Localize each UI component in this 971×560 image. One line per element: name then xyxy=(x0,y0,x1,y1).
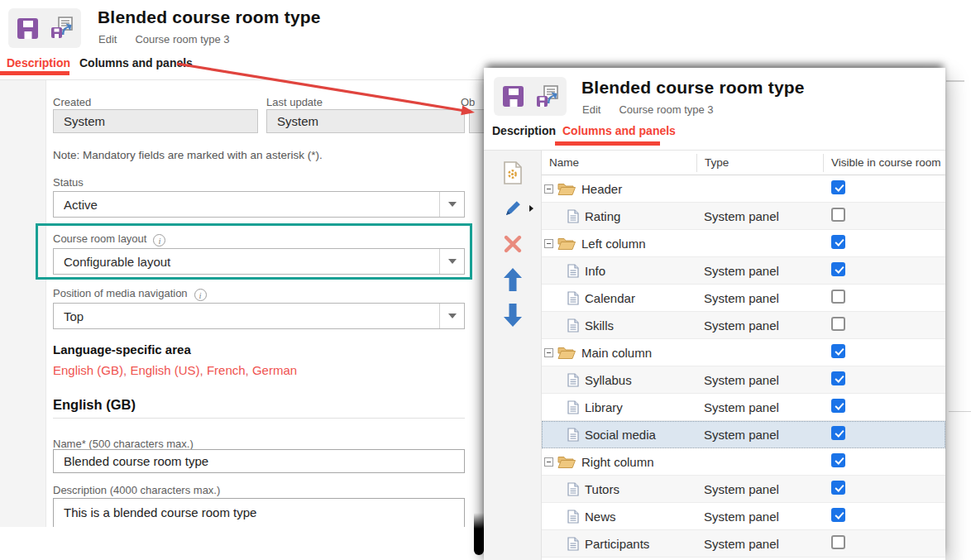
folder-icon xyxy=(557,346,576,360)
visible-checkbox[interactable] xyxy=(831,344,845,358)
save-and-close-button[interactable] xyxy=(50,17,74,40)
tab-description[interactable]: Description xyxy=(7,56,70,69)
language-separator: , xyxy=(200,363,207,377)
description-input[interactable]: This is a blended course room type xyxy=(53,498,465,527)
visible-checkbox[interactable] xyxy=(831,371,845,385)
folder-open-icon xyxy=(557,346,576,360)
move-up-icon xyxy=(503,267,523,292)
row-name: Skills xyxy=(585,318,614,333)
row-name: Left column xyxy=(581,237,646,251)
new-panel-icon xyxy=(502,161,524,184)
save-button[interactable] xyxy=(502,85,524,108)
info-icon[interactable]: i xyxy=(153,234,165,246)
header-toolbar xyxy=(8,8,81,48)
document-icon xyxy=(567,318,579,333)
status-select[interactable]: Active xyxy=(53,191,465,218)
move-down-button[interactable] xyxy=(499,303,527,328)
visible-checkbox[interactable] xyxy=(831,453,845,467)
course-room-layout-label: Course room layouti xyxy=(53,232,165,246)
name-input[interactable]: Blended course room type xyxy=(53,449,465,473)
panel-document-icon xyxy=(567,428,579,442)
visible-checkbox[interactable] xyxy=(831,262,845,276)
chevron-down-icon xyxy=(439,304,464,328)
table-row[interactable]: Left column xyxy=(542,230,945,257)
language-link[interactable]: French xyxy=(207,363,246,377)
document-icon xyxy=(567,510,579,524)
visible-checkbox[interactable] xyxy=(831,399,845,413)
language-link[interactable]: German xyxy=(252,363,297,377)
row-name: Tutors xyxy=(585,482,619,496)
table-row[interactable]: CalendarSystem panel xyxy=(542,285,945,312)
table-row[interactable]: SkillsSystem panel xyxy=(542,312,945,339)
info-icon[interactable]: i xyxy=(194,289,207,301)
table-row[interactable]: LibrarySystem panel xyxy=(542,394,945,421)
table-row[interactable]: SyllabusSystem panel xyxy=(542,366,945,394)
row-name: Info xyxy=(585,264,605,278)
save-button[interactable] xyxy=(17,17,39,40)
flyout-arrow-icon xyxy=(529,205,533,212)
table-row[interactable]: InfoSystem panel xyxy=(542,257,945,285)
panel-document-icon xyxy=(567,209,579,223)
visible-checkbox[interactable] xyxy=(831,535,845,549)
panel-shadow-blob xyxy=(474,513,484,555)
description-label: Description (4000 characters max.) xyxy=(53,484,220,496)
document-icon xyxy=(567,209,579,223)
row-name: Library xyxy=(585,400,623,414)
language-link[interactable]: English (GB) xyxy=(53,363,123,377)
collapse-icon[interactable] xyxy=(544,184,553,194)
panel-document-icon xyxy=(567,318,579,333)
document-icon xyxy=(567,482,579,496)
collapse-icon[interactable] xyxy=(544,239,553,248)
created-label: Created xyxy=(53,96,91,108)
column-header-visible[interactable]: Visible in course room xyxy=(823,154,945,172)
row-type: System panel xyxy=(696,209,823,223)
table-row[interactable]: RatingSystem panel xyxy=(542,203,945,230)
collapse-icon[interactable] xyxy=(544,348,553,357)
document-icon xyxy=(567,291,579,305)
column-header-type[interactable]: Type xyxy=(696,154,823,172)
visible-checkbox[interactable] xyxy=(831,508,845,522)
row-type: System panel xyxy=(696,482,823,496)
media-nav-select[interactable]: Top xyxy=(53,303,465,329)
panel-document-icon xyxy=(567,482,579,496)
table-row[interactable]: ParticipantsSystem panel xyxy=(542,530,945,558)
language-separator: , xyxy=(246,363,252,377)
collapse-icon[interactable] xyxy=(544,457,553,467)
save-and-close-button[interactable] xyxy=(536,85,559,108)
tab-columns-and-panels[interactable]: Columns and panels xyxy=(562,124,676,137)
visible-checkbox[interactable] xyxy=(831,290,845,304)
tab-description[interactable]: Description xyxy=(492,124,556,137)
edit-button[interactable] xyxy=(499,196,527,221)
panels-table: Name Type Visible in course room HeaderR… xyxy=(542,151,945,560)
table-row[interactable]: Social mediaSystem panel xyxy=(542,421,945,448)
panel-document-icon xyxy=(567,510,579,524)
visible-checkbox[interactable] xyxy=(831,481,845,495)
column-header-name[interactable]: Name xyxy=(542,154,696,172)
move-up-button[interactable] xyxy=(499,267,527,292)
row-name: Syllabus xyxy=(585,373,632,387)
folder-icon xyxy=(557,237,576,251)
document-icon xyxy=(567,373,579,387)
visible-checkbox[interactable] xyxy=(831,235,845,249)
row-type: System panel xyxy=(696,291,823,305)
visible-checkbox[interactable] xyxy=(831,426,845,440)
course-room-layout-select[interactable]: Configurable layout xyxy=(53,248,465,275)
table-row[interactable]: TutorsSystem panel xyxy=(542,476,945,503)
row-name: Right column xyxy=(581,455,654,469)
language-link[interactable]: English (US) xyxy=(130,363,199,377)
row-name: Calendar xyxy=(585,291,635,305)
row-name: Header xyxy=(581,182,622,196)
tab-columns-and-panels[interactable]: Columns and panels xyxy=(79,56,193,69)
table-row[interactable]: Main column xyxy=(542,339,945,366)
table-row[interactable]: Header xyxy=(542,175,945,203)
delete-button[interactable] xyxy=(499,232,527,256)
visible-checkbox[interactable] xyxy=(831,317,845,331)
row-type: System panel xyxy=(696,428,823,442)
visible-checkbox[interactable] xyxy=(831,208,845,222)
table-row[interactable]: NewsSystem panel xyxy=(542,503,945,530)
edit-pencil-icon xyxy=(503,199,523,218)
new-panel-button[interactable] xyxy=(499,160,527,185)
table-row[interactable]: Right column xyxy=(542,448,945,476)
visible-checkbox[interactable] xyxy=(831,180,845,194)
obscured-label: Ob xyxy=(461,96,475,108)
